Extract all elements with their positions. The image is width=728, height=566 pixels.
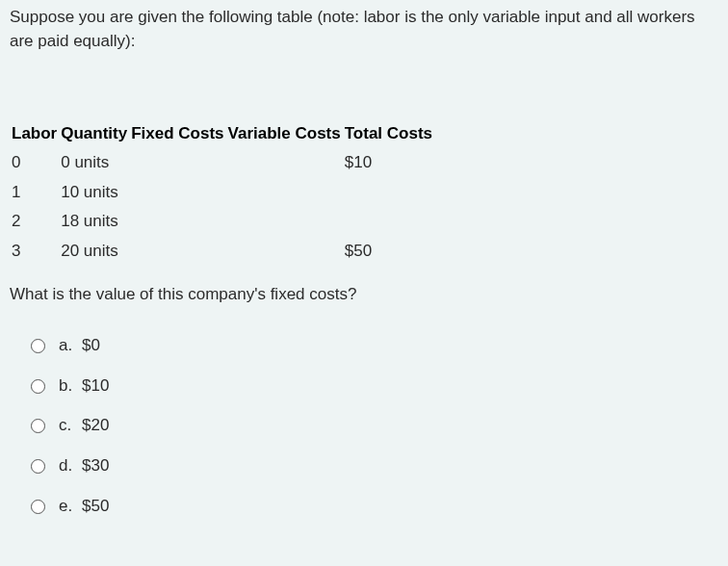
radio-icon[interactable] — [31, 459, 45, 474]
cell-fixed — [129, 178, 225, 208]
option-b[interactable]: b. $10 — [31, 374, 718, 399]
header-fixed-costs: Fixed Costs — [129, 120, 225, 148]
option-text: $0 — [82, 334, 100, 358]
question-intro: Suppose you are given the following tabl… — [10, 6, 718, 53]
option-letter: a. — [59, 334, 82, 358]
header-total-costs: Total Costs — [343, 120, 434, 148]
answer-options: a. $0 b. $10 c. $20 d. $30 e. $50 — [10, 334, 718, 518]
option-e[interactable]: e. $50 — [31, 495, 718, 519]
cell-labor: 2 — [10, 207, 59, 237]
cell-quantity: 18 units — [59, 207, 129, 237]
cell-labor: 1 — [10, 178, 59, 208]
header-variable-costs: Variable Costs — [226, 120, 343, 148]
cell-fixed — [129, 148, 225, 178]
header-quantity: Quantity — [59, 120, 129, 148]
option-a[interactable]: a. $0 — [31, 334, 718, 358]
cell-variable — [226, 237, 343, 267]
cell-variable — [226, 178, 343, 208]
radio-icon[interactable] — [31, 379, 45, 394]
header-labor: Labor — [10, 120, 59, 148]
cell-total: $10 — [343, 148, 434, 178]
option-letter: c. — [59, 414, 82, 438]
cell-fixed — [129, 207, 225, 237]
data-table: Labor Quantity Fixed Costs Variable Cost… — [10, 120, 434, 266]
option-text: $10 — [82, 374, 109, 399]
option-text: $30 — [82, 454, 109, 478]
question-text: What is the value of this company's fixe… — [10, 283, 718, 307]
cell-total: $50 — [343, 237, 434, 267]
option-letter: d. — [59, 454, 82, 478]
radio-icon[interactable] — [31, 500, 45, 514]
table-row: 2 18 units — [10, 207, 434, 237]
radio-icon[interactable] — [31, 339, 45, 353]
option-d[interactable]: d. $30 — [31, 454, 718, 478]
option-text: $20 — [82, 414, 109, 438]
table-row: 3 20 units $50 — [10, 237, 434, 267]
table-row: 0 0 units $10 — [10, 148, 434, 178]
radio-icon[interactable] — [31, 419, 45, 433]
cell-quantity: 0 units — [59, 148, 129, 178]
option-letter: e. — [59, 495, 82, 519]
cell-quantity: 10 units — [59, 178, 129, 208]
cell-labor: 3 — [10, 237, 59, 267]
cell-fixed — [129, 237, 225, 267]
table-header-row: Labor Quantity Fixed Costs Variable Cost… — [10, 120, 434, 148]
cell-total — [343, 178, 434, 208]
table-row: 1 10 units — [10, 178, 434, 208]
cell-quantity: 20 units — [59, 237, 129, 267]
option-letter: b. — [59, 374, 82, 399]
cell-total — [343, 207, 434, 237]
cell-variable — [226, 148, 343, 178]
option-text: $50 — [82, 495, 109, 519]
cell-variable — [226, 207, 343, 237]
option-c[interactable]: c. $20 — [31, 414, 718, 438]
cell-labor: 0 — [10, 148, 59, 178]
